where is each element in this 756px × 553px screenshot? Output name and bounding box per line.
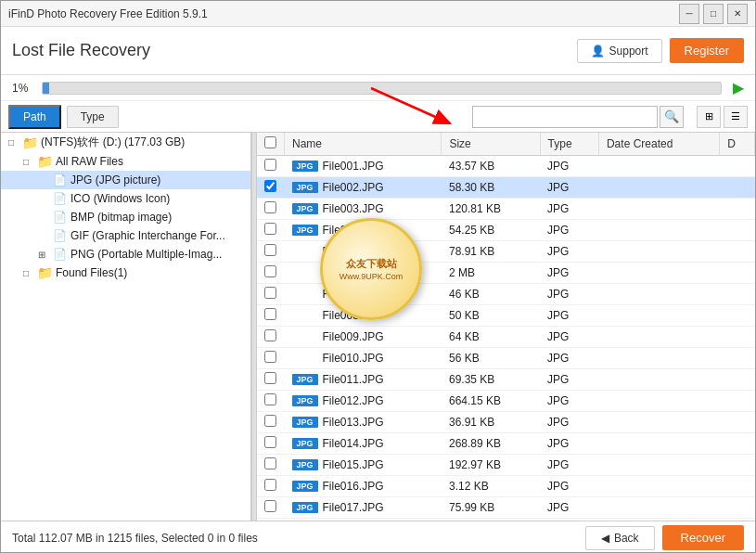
table-row: JPGFile001.JPG43.57 KBJPG bbox=[257, 156, 755, 177]
table-row: JPGFile003.JPG120.81 KBJPG bbox=[257, 199, 755, 220]
grid-view-button[interactable]: ⊞ bbox=[697, 106, 721, 128]
row-date bbox=[598, 327, 719, 348]
row-checkbox[interactable] bbox=[264, 265, 276, 277]
tree-item[interactable]: 📄GIF (Graphic Interchange For... bbox=[1, 226, 250, 245]
row-checkbox[interactable] bbox=[264, 436, 276, 448]
row-d bbox=[720, 412, 755, 433]
recover-button[interactable]: Recover bbox=[662, 525, 744, 550]
row-name: File008.JPG bbox=[285, 305, 442, 327]
jpg-badge: JPG bbox=[292, 481, 318, 492]
row-checkbox[interactable] bbox=[264, 244, 276, 256]
tree-item[interactable]: 📄BMP (bitmap image) bbox=[1, 208, 250, 226]
select-all-checkbox[interactable] bbox=[264, 136, 276, 148]
header-checkbox bbox=[257, 133, 285, 156]
row-date bbox=[598, 476, 719, 497]
row-checkbox[interactable] bbox=[264, 329, 276, 341]
row-checkbox-cell bbox=[257, 497, 285, 519]
tree-item[interactable]: □📁All RAW Files bbox=[1, 152, 250, 171]
file-icon: 📄 bbox=[51, 173, 68, 187]
row-d bbox=[720, 348, 755, 369]
row-type: JPG bbox=[540, 177, 598, 199]
row-type: JPG bbox=[540, 199, 598, 220]
row-type: JPG bbox=[540, 455, 598, 476]
row-date bbox=[598, 177, 719, 199]
row-checkbox[interactable] bbox=[264, 180, 276, 192]
register-button[interactable]: Register bbox=[670, 38, 744, 63]
play-button[interactable]: ▶ bbox=[733, 79, 744, 96]
close-button[interactable]: ✕ bbox=[727, 4, 748, 24]
tree-item[interactable]: □📁(NTFS)软件 (D:) (177.03 GB) bbox=[1, 133, 250, 152]
file-icon: 📄 bbox=[51, 228, 68, 243]
file-name: File005.JPG bbox=[323, 245, 384, 258]
file-icon: 📄 bbox=[51, 247, 68, 262]
back-button[interactable]: ◀ Back bbox=[585, 526, 655, 550]
row-type: JPG bbox=[540, 519, 598, 521]
maximize-button[interactable]: □ bbox=[703, 4, 724, 24]
progress-fill bbox=[43, 83, 49, 94]
row-checkbox[interactable] bbox=[264, 287, 276, 299]
tree-item[interactable]: □📁Found Files(1) bbox=[1, 264, 250, 282]
row-checkbox-cell bbox=[257, 220, 285, 241]
file-name: File008.JPG bbox=[323, 309, 384, 322]
tree-label: ICO (Windows Icon) bbox=[70, 192, 170, 205]
row-size: 268.89 KB bbox=[442, 433, 540, 455]
row-checkbox[interactable] bbox=[264, 372, 276, 384]
tree-item[interactable]: ⊞📄PNG (Portable Multiple-Imag... bbox=[1, 245, 250, 264]
row-checkbox[interactable] bbox=[264, 223, 276, 235]
tree-toggle[interactable]: □ bbox=[23, 268, 36, 278]
file-name: File017.JPG bbox=[323, 501, 384, 514]
row-checkbox[interactable] bbox=[264, 500, 276, 512]
row-checkbox-cell bbox=[257, 391, 285, 412]
row-type: JPG bbox=[540, 156, 598, 177]
table-row: JPGFile017.JPG75.99 KBJPG bbox=[257, 497, 755, 519]
row-type: JPG bbox=[540, 241, 598, 263]
row-type: JPG bbox=[540, 305, 598, 327]
row-checkbox-cell bbox=[257, 284, 285, 305]
tab-type[interactable]: Type bbox=[67, 106, 119, 128]
table-row: JPGFile013.JPG36.91 KBJPG bbox=[257, 412, 755, 433]
row-checkbox[interactable] bbox=[264, 457, 276, 469]
tree-item[interactable]: 📄ICO (Windows Icon) bbox=[1, 189, 250, 208]
row-date bbox=[598, 433, 719, 455]
table-row: JPGFile011.JPG69.35 KBJPG bbox=[257, 369, 755, 391]
tree-toggle[interactable]: □ bbox=[8, 137, 21, 148]
row-name: JPGFile003.JPG bbox=[285, 199, 442, 220]
list-view-button[interactable]: ☰ bbox=[724, 106, 748, 128]
folder-icon: 📁 bbox=[36, 154, 53, 169]
row-date bbox=[598, 220, 719, 241]
row-checkbox[interactable] bbox=[264, 393, 276, 405]
row-checkbox[interactable] bbox=[264, 415, 276, 427]
status-text: Total 112.07 MB in 1215 files, Selected … bbox=[12, 532, 258, 545]
tab-path[interactable]: Path bbox=[8, 105, 61, 129]
row-size: 192.97 KB bbox=[442, 455, 540, 476]
row-size: 4.42 KB bbox=[442, 519, 540, 521]
tree-item[interactable]: 📄JPG (JPG picture) bbox=[1, 171, 250, 189]
row-checkbox-cell bbox=[257, 455, 285, 476]
row-checkbox[interactable] bbox=[264, 201, 276, 213]
table-row: JPGFile014.JPG268.89 KBJPG bbox=[257, 433, 755, 455]
header-type: Type bbox=[540, 133, 598, 156]
row-name: JPGFile012.JPG bbox=[285, 391, 442, 412]
tree-toggle[interactable]: ⊞ bbox=[38, 250, 51, 260]
file-name: File013.JPG bbox=[323, 416, 384, 429]
jpg-badge: JPG bbox=[292, 438, 318, 449]
search-input[interactable] bbox=[472, 106, 658, 128]
file-name: File012.JPG bbox=[323, 394, 384, 407]
row-date bbox=[598, 369, 719, 391]
minimize-button[interactable]: ─ bbox=[679, 4, 699, 24]
jpg-badge: JPG bbox=[292, 161, 318, 172]
table-row: JPGFile015.JPG192.97 KBJPG bbox=[257, 455, 755, 476]
support-button[interactable]: 👤 Support bbox=[577, 39, 662, 63]
jpg-badge: JPG bbox=[292, 374, 318, 385]
row-name: File005.JPG bbox=[285, 241, 442, 263]
row-checkbox[interactable] bbox=[264, 351, 276, 363]
search-container: 🔍 bbox=[472, 106, 684, 128]
row-checkbox[interactable] bbox=[264, 308, 276, 320]
search-button[interactable]: 🔍 bbox=[660, 106, 684, 128]
row-checkbox[interactable] bbox=[264, 479, 276, 491]
row-d bbox=[720, 327, 755, 348]
row-size: 56 KB bbox=[442, 348, 540, 369]
row-checkbox[interactable] bbox=[264, 159, 276, 171]
header: Lost File Recovery 👤 Support Register bbox=[1, 27, 755, 75]
tree-toggle[interactable]: □ bbox=[23, 157, 36, 167]
